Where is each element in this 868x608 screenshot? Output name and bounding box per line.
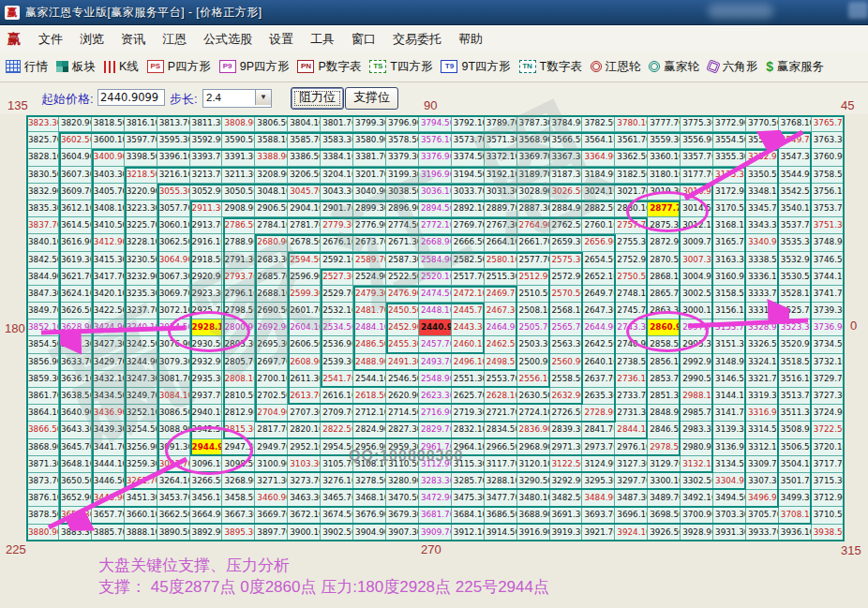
grid-cell: 3129.70 [648,456,681,473]
grid-cell: 3112.90 [419,456,452,473]
grid-cell: 3477.70 [485,490,517,507]
menu-item-浏览[interactable]: 浏览 [71,28,112,51]
grid-cell: 3710.50 [812,507,845,524]
toolbar-button-K线[interactable]: K线 [104,59,139,75]
grid-cell: 3590.50 [222,132,255,149]
price-square-grid[interactable]: 3823.303820.903818.503816.103813.703811.… [26,115,845,541]
grid-cell: 3652.90 [59,490,92,507]
grid-cell: 3110.50 [386,456,419,473]
title-bar[interactable]: 赢 赢家江恩专业版[赢家服务平台] - [价格正方形] [0,0,868,25]
grid-cell: 3096.10 [190,456,223,473]
grid-cell: 3921.70 [582,525,615,541]
grid-cell: 3230.50 [125,252,157,269]
angle-label-45: 45 [841,98,854,112]
grid-cell: 3235.30 [125,286,157,303]
menu-item-帮助[interactable]: 帮助 [450,28,491,51]
grid-cell: 3091.30 [157,439,190,456]
tn-badge-icon: TN [519,60,536,73]
grid-cell: 3388.90 [255,149,288,166]
grid-cell: 3031.30 [485,184,517,200]
grid-cell: 2668.90 [419,234,452,251]
grid-cell: 3895.30 [222,525,255,541]
grid-cell: 3417.70 [92,269,125,286]
grid-cell: 3753.70 [812,200,845,217]
grid-cell: 3364.90 [582,149,615,166]
toolbar-button-T四方形[interactable]: TST四方形 [369,59,432,75]
grid-cell: 3868.90 [26,439,59,456]
grid-cell: 3139.30 [713,422,746,438]
grid-cell: 3268.90 [222,473,255,490]
grid-cell: 2904.10 [288,200,321,217]
grid-cell: 3237.70 [125,303,157,319]
grid-cell: 3504.10 [779,456,812,473]
grid-cell: 2757.70 [615,217,648,234]
grid-cell: 2546.50 [386,371,419,388]
grid-cell: 3487.30 [615,490,648,507]
grid-cell: 2712.10 [353,405,386,422]
menu-item-设置[interactable]: 设置 [261,28,302,51]
grid-cell: 3691.30 [550,507,583,524]
grid-cell: 3072.10 [157,303,190,319]
grid-cell: 2666.50 [452,234,485,251]
menu-item-文件[interactable]: 文件 [30,28,71,51]
grid-cell: 3312.10 [746,439,779,456]
toolbar-button-T数字表[interactable]: TNT数字表 [519,59,582,75]
grid-cell: 3408.10 [92,200,125,217]
combo-arrow-icon[interactable]: ▼ [255,90,271,105]
grid-cell: 2949.70 [255,439,288,456]
grid-cell: 3052.90 [190,184,223,200]
menu-item-交易委托[interactable]: 交易委托 [384,28,450,51]
grid-cell: 3204.10 [321,167,353,184]
toolbar-button-P四方形[interactable]: PSP四方形 [147,59,211,75]
grid-cell: 3276.10 [321,473,353,490]
grid-cell: 3403.30 [92,167,125,184]
grid-cell: 3223.30 [125,200,157,217]
grid-cell: 2656.90 [582,234,615,251]
grid-cell: 3856.90 [26,354,59,371]
toolbar-button-六角形[interactable]: 六角形 [708,59,758,75]
toolbar-button-板块[interactable]: 板块 [56,59,96,75]
grid-cell: 2630.50 [517,388,550,405]
grid-cell: 2906.50 [255,200,288,217]
grid-cell: 3132.10 [681,456,713,473]
menu-item-资讯[interactable]: 资讯 [112,28,154,51]
grid-cell: 2700.10 [255,371,288,388]
toolbar-button-9P四方形[interactable]: P99P四方形 [219,59,290,75]
grid-cell: 2865.70 [648,286,681,303]
toolbar-button-江恩轮[interactable]: 江恩轮 [591,59,641,75]
grid-cell: 3422.50 [92,303,125,319]
menu-item-工具[interactable]: 工具 [302,28,343,51]
menu-item-江恩[interactable]: 江恩 [154,28,195,51]
grid-cell: 3240.10 [125,319,157,336]
support-button[interactable]: 支撑位 [345,87,398,110]
grid-cell: 2688.10 [255,286,288,303]
toolbar-button-行情[interactable]: 行情 [6,59,48,75]
menu-item-公式选股[interactable]: 公式选股 [195,28,261,51]
grid-cell: 3880.90 [26,525,59,541]
grid-cell: 3400.90 [92,149,125,166]
toolbar-button-赢家轮[interactable]: 赢家轮 [649,59,699,75]
grid-cell: 3816.10 [125,115,157,132]
menu-item-窗口[interactable]: 窗口 [343,28,384,51]
grid-cell: 2544.10 [353,371,386,388]
grid-cell: 3372.10 [485,149,517,166]
grid-cell: 3938.50 [812,525,845,541]
grid-cell: 3261.70 [125,473,157,490]
grid-cell: 3784.90 [550,115,583,132]
toolbar-button-P数字表[interactable]: PNP数字表 [297,59,361,75]
toolbar-button-9T四方形[interactable]: T99T四方形 [441,59,510,75]
grid-cell: 3648.10 [59,456,92,473]
grid-cell: 2486.50 [353,336,386,353]
grid-cell: 2524.90 [353,269,386,286]
grid-cell: 2618.50 [353,388,386,405]
angle-label-0: 0 [850,319,857,333]
grid-cell: 3588.10 [255,132,288,149]
p9-badge-icon: P9 [219,60,236,73]
toolbar-button-赢家服务[interactable]: $赢家服务 [766,59,824,75]
grid-cell: 3220.90 [125,184,157,200]
resistance-button[interactable]: 阻力位 [291,87,344,110]
grid-cell: 2870.50 [648,252,681,269]
start-price-input[interactable] [97,89,165,106]
step-combobox[interactable]: 2.4 ▼ [202,89,272,108]
grid-cell: 3592.90 [190,132,223,149]
